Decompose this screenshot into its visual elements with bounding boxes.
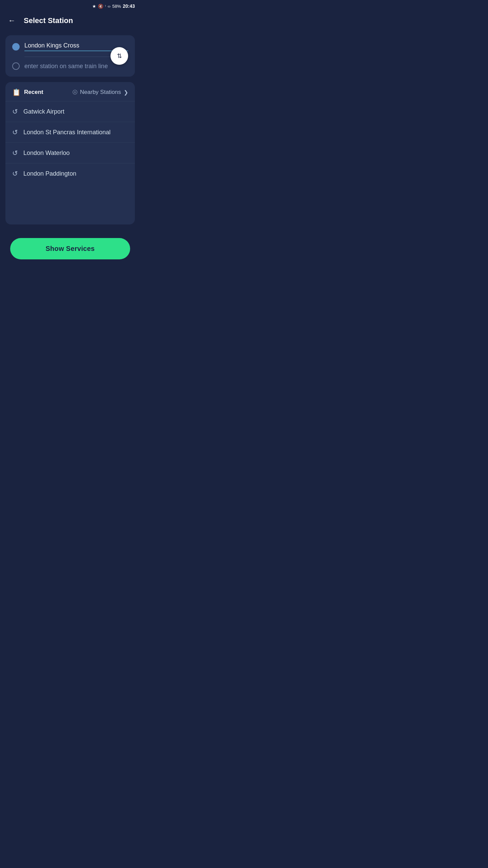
station-name: London Waterloo bbox=[23, 150, 69, 157]
swap-stations-button[interactable]: ⇅ bbox=[110, 47, 128, 65]
nearby-tab[interactable]: ⦾ Nearby Stations ❯ bbox=[73, 89, 128, 96]
wifi-icon: ᵎ bbox=[105, 4, 106, 9]
back-icon: ← bbox=[8, 16, 16, 25]
battery-indicator: 58% bbox=[112, 4, 121, 9]
recent-label: Recent bbox=[24, 89, 43, 96]
history-icon: ↺ bbox=[12, 170, 18, 178]
list-item[interactable]: ↺ London St Pancras International bbox=[5, 122, 135, 142]
footer-button-container: Show Services bbox=[0, 231, 140, 270]
page-header: ← Select Station bbox=[0, 11, 140, 32]
status-bar: ★ 🔇 ᵎ ‹› 58% 20:43 bbox=[0, 0, 140, 11]
station-name: London St Pancras International bbox=[23, 129, 110, 136]
swap-icon: ⇅ bbox=[117, 53, 122, 59]
back-button[interactable]: ← bbox=[7, 15, 17, 26]
to-station-placeholder[interactable]: enter station on same train line bbox=[24, 63, 108, 70]
status-icons: ★ 🔇 ᵎ ‹› 58% 20:43 bbox=[92, 3, 135, 9]
history-icon: ↺ bbox=[12, 149, 18, 157]
list-item[interactable]: ↺ London Paddington bbox=[5, 163, 135, 184]
recent-header: 📋 Recent ⦾ Nearby Stations ❯ bbox=[5, 82, 135, 101]
recent-tab[interactable]: 📋 Recent bbox=[12, 88, 43, 96]
to-station-dot bbox=[12, 62, 20, 70]
to-station-row: enter station on same train line bbox=[12, 62, 128, 70]
history-icon: ↺ bbox=[12, 107, 18, 116]
history-icon: ↺ bbox=[12, 128, 18, 136]
nearby-label: Nearby Stations bbox=[80, 89, 121, 96]
station-name: London Paddington bbox=[23, 170, 76, 177]
bluetooth-icon: ★ bbox=[92, 4, 96, 9]
search-card: enter station on same train line ⇅ bbox=[5, 35, 135, 77]
signal-icon: ‹› bbox=[107, 4, 110, 9]
mute-icon: 🔇 bbox=[98, 4, 103, 9]
list-item[interactable]: ↺ Gatwick Airport bbox=[5, 101, 135, 122]
list-item[interactable]: ↺ London Waterloo bbox=[5, 142, 135, 163]
recent-icon: 📋 bbox=[12, 88, 21, 96]
show-services-button[interactable]: Show Services bbox=[10, 238, 130, 259]
location-pin-icon: ⦾ bbox=[73, 89, 77, 96]
station-name: Gatwick Airport bbox=[23, 108, 64, 115]
status-time: 20:43 bbox=[123, 3, 135, 9]
page-title: Select Station bbox=[24, 16, 73, 25]
recent-stations-card: 📋 Recent ⦾ Nearby Stations ❯ ↺ Gatwick A… bbox=[5, 82, 135, 224]
nearby-arrow-icon: ❯ bbox=[124, 89, 128, 96]
from-station-dot bbox=[12, 43, 20, 51]
list-spacer bbox=[5, 184, 135, 224]
